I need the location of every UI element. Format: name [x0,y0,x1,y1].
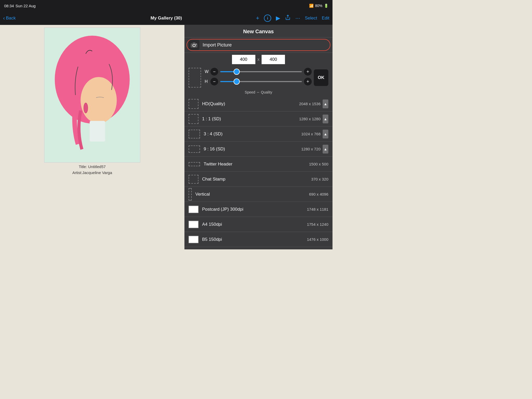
canvas-option-row[interactable]: 9 : 16 (SD)1280 x 720▲ [184,142,332,157]
ok-button[interactable]: OK [314,69,328,86]
option-expand-icon[interactable]: ▲ [323,99,328,108]
option-size: 1476 x 1000 [307,237,328,242]
option-label: A4 150dpi [202,222,307,227]
option-expand-icon[interactable]: ▲ [323,130,328,138]
artwork-caption: Title: Untitled57 Artist:Jacqueline Varg… [44,164,140,176]
option-size: 1748 x 1181 [307,207,328,211]
canvas-option-row[interactable]: Twitter Header1500 x 500 [184,157,332,172]
height-plus-button[interactable]: + [304,78,312,85]
height-slider-label: H [205,79,208,84]
option-label: 9 : 16 (SD) [204,147,301,152]
option-label: Postcard (JP) 300dpi [202,207,307,212]
width-slider-track[interactable] [220,71,302,72]
option-label: Vertical [195,192,309,197]
canvas-option-row[interactable]: 3 : 4 (SD)1024 x 768▲ [184,127,332,142]
option-thumbnail [189,99,198,109]
camera-icon [189,40,200,50]
edit-button[interactable]: Edit [322,16,329,21]
status-right: 📶 80% 🔋 [309,4,328,8]
height-slider-row: H − + [205,78,312,85]
nav-title: My Gallery (30) [151,16,182,21]
battery-icon: 🔋 [324,4,328,8]
option-size: 1024 x 768 [301,132,321,136]
width-minus-button[interactable]: − [210,68,218,76]
height-slider-track[interactable] [220,81,302,82]
option-size: 690 x 4096 [309,192,328,196]
sliders-area: W − + H − + [184,66,332,89]
option-size: 532 x 399 [299,102,321,106]
nav-bar: ‹ Back My Gallery (30) + i ▶ ··· Select … [0,11,332,25]
panel-title: New Canvas [243,29,274,34]
time-display: 08:34 [4,4,14,8]
height-input[interactable] [262,55,285,64]
option-size: 1280 x 720 [301,147,321,151]
option-label: B5 150dpi [202,237,307,242]
status-bar: 08:34 Sun 22 Aug 📶 80% 🔋 [0,0,332,11]
canvas-option-row[interactable]: Chat Stamp370 x 320 [184,172,332,187]
artwork-title: Title: Untitled57 [44,164,140,170]
canvas-option-row[interactable]: B5 150dpi1476 x 1000 [184,232,332,247]
artwork-artist: Artist:Jacqueline Varga [44,170,140,176]
option-size: 1500 x 500 [309,162,328,166]
option-expand-icon[interactable]: ▲ [323,115,328,123]
option-thumbnail [189,188,192,201]
width-input[interactable] [232,55,255,64]
add-icon[interactable]: + [256,15,259,22]
option-thumbnail [189,114,198,124]
option-thumbnail [189,221,198,228]
speed-quality-row: Speed ↔ Quality [184,89,332,96]
option-size: 1280 x 1280 [299,117,321,121]
option-label: Twitter Header [204,162,309,167]
play-icon[interactable]: ▶ [276,15,280,22]
width-plus-button[interactable]: + [304,68,312,76]
back-button[interactable]: ‹ Back [3,15,16,21]
option-size: 1754 x 1240 [307,222,328,227]
more-icon[interactable]: ··· [295,15,300,22]
back-label[interactable]: Back [6,16,16,21]
share-icon[interactable] [285,15,291,22]
size-separator: x [255,57,262,62]
nav-actions: + i ▶ ··· Select Edit [256,15,329,22]
canvas-options-list[interactable]: HD(Quality)532 x 399▲1 : 1 (SD)1280 x … [184,96,332,249]
date-display: Sun 22 Aug [16,4,36,8]
status-left: 08:34 Sun 22 Aug [4,4,36,8]
sliders-container: W − + H − + [205,68,312,85]
width-slider-thumb[interactable] [234,69,240,75]
panel-caret [255,25,262,29]
canvas-option-row[interactable]: HD(Quality)532 x 399▲ [184,96,332,111]
wifi-icon: 📶 [309,4,314,8]
main-content: Title: Untitled57 Artist:Jacqueline Varg… [0,25,332,249]
option-label: 1 : 1 (SD) [202,116,299,122]
option-label: Chat Stamp [202,177,311,182]
canvas-option-row[interactable]: A4 150dpi1754 x 1240 [184,217,332,232]
width-slider-label: W [205,69,208,74]
option-label: 3 : 4 (SD) [204,131,301,137]
option-thumbnail [189,162,200,166]
option-thumbnail [189,145,200,153]
height-slider-thumb[interactable] [234,78,240,85]
option-thumbnail [189,175,198,184]
canvas-option-row[interactable]: 1 : 1 (SD)1280 x 1280▲ [184,111,332,127]
import-picture-button[interactable]: Import Picture [184,37,332,53]
svg-rect-7 [193,42,195,44]
option-size: 370 x 320 [311,177,328,181]
info-icon[interactable]: i [264,15,271,22]
option-thumbnail [189,236,198,243]
new-canvas-panel: New Canvas Import Picture x [184,25,332,249]
import-picture-label: Import Picture [203,42,232,48]
canvas-option-row[interactable]: Vertical690 x 4096 [184,187,332,202]
option-thumbnail [189,130,200,138]
select-button[interactable]: Select [305,16,317,21]
option-expand-icon[interactable]: ▲ [323,145,328,154]
option-thumbnail [189,206,198,213]
svg-point-8 [196,44,197,45]
speed-quality-label: Speed ↔ Quality [245,90,272,94]
option-label: HD(Quality) [202,101,299,107]
canvas-option-row[interactable]: Postcard (JP) 300dpi1748 x 1181 [184,202,332,217]
height-minus-button[interactable]: − [210,78,218,85]
width-slider-row: W − + [205,68,312,76]
svg-rect-4 [90,121,105,142]
size-input-row: x [184,53,332,66]
aspect-ratio-preview [189,68,201,88]
artwork-thumbnail[interactable] [44,28,140,163]
